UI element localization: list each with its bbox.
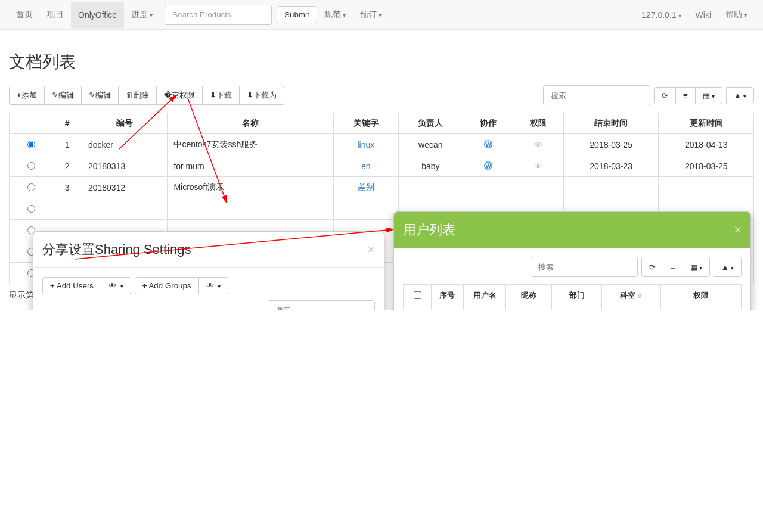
eye-icon: 👁 — [206, 281, 214, 290]
userlist-refresh-button[interactable]: ⟳ — [641, 257, 663, 277]
word-doc-icon[interactable]: Ⓦ — [484, 139, 492, 149]
add-groups-view-button[interactable]: 👁 — [199, 277, 229, 294]
column-header[interactable]: 更新时间 — [659, 113, 754, 134]
sharing-search-input[interactable] — [268, 300, 375, 310]
keyword-link[interactable]: en — [361, 161, 371, 171]
column-header[interactable] — [10, 113, 52, 134]
column-header[interactable]: 负责人 — [398, 113, 463, 134]
eye-off-icon[interactable]: 👁 — [534, 140, 542, 150]
nav-onlyoffice[interactable]: OnlyOffice — [71, 2, 124, 28]
column-header[interactable]: 结束时间 — [563, 113, 659, 134]
nav-help[interactable]: 帮助 — [718, 1, 754, 29]
toggle-view-button[interactable]: ≡ — [676, 87, 696, 104]
word-doc-icon[interactable]: Ⓦ — [484, 161, 492, 170]
sharing-title: 分享设置Sharing Settings — [42, 241, 191, 259]
nav-spec[interactable]: 规范 — [317, 1, 353, 29]
row-radio[interactable] — [27, 205, 35, 213]
chevron-down-icon — [729, 263, 734, 272]
download-as-button[interactable]: ⬇下载为 — [240, 86, 284, 105]
top-navbar: 首页 项目 OnlyOffice 进度 Submit 规范 预订 127.0.0… — [0, 0, 763, 30]
userlist-title: 用户列表 — [403, 221, 455, 239]
chevron-down-icon — [119, 281, 123, 290]
nav-progress[interactable]: 进度 — [124, 1, 160, 29]
download-icon: ⬇ — [247, 91, 253, 99]
table-search-input[interactable] — [543, 85, 650, 105]
column-header[interactable]: 权限 — [660, 285, 741, 306]
userlist-search-input[interactable] — [531, 257, 638, 277]
permission-button[interactable]: �京权限 — [157, 86, 203, 105]
pencil-icon: ✎ — [52, 91, 58, 99]
export-icon: ▲ — [734, 91, 742, 100]
keyword-link[interactable]: 差别 — [358, 182, 374, 192]
refresh-icon: ⟳ — [662, 91, 668, 100]
refresh-icon: ⟳ — [649, 263, 656, 272]
column-header[interactable]: 协作 — [463, 113, 513, 134]
download-button[interactable]: ⬇下载 — [203, 86, 240, 105]
page-title: 文档列表 — [9, 51, 754, 73]
row-radio[interactable] — [27, 183, 35, 191]
table-row[interactable]: 320180312Microsoft演示差别 — [10, 177, 754, 198]
download-icon: ⬇ — [210, 91, 216, 99]
column-header[interactable]: # — [52, 113, 82, 134]
nav-projects[interactable]: 项目 — [40, 1, 71, 29]
column-header[interactable]: 昵称 — [506, 285, 552, 306]
nav-ip[interactable]: 127.0.0.1 — [634, 2, 688, 28]
column-header[interactable]: 科室⇵ — [602, 285, 661, 306]
chevron-down-icon — [742, 10, 747, 19]
table-row: 1qin1.xc秦晓川1建设单位征地移民部Read Only — [404, 306, 742, 310]
select-all-checkbox[interactable] — [414, 291, 421, 299]
chevron-down-icon — [742, 91, 746, 100]
chevron-down-icon — [677, 10, 681, 20]
chevron-down-icon — [697, 263, 702, 272]
edit-button[interactable]: ✎编辑 — [45, 86, 82, 105]
chevron-down-icon — [148, 10, 153, 19]
delete-button[interactable]: 🗑删除 — [119, 86, 157, 105]
toolbar: +添加 ✎编辑 ✎编辑 🗑删除 �京权限 ⬇下载 ⬇下载为 ⟳ ≡ ▦ ▲ — [9, 85, 754, 105]
user-list-modal: 用户列表 × ⟳ ≡ ▦ ▲ 序号用户名昵称部门科室⇵权限 1qin1.xc秦晓… — [393, 211, 751, 310]
add-button[interactable]: +添加 — [9, 86, 45, 105]
table-row[interactable]: 1docker中centos7安装ssh服务linuxwecanⓌ👁2018-0… — [10, 134, 754, 155]
trash-icon: 🗑 — [126, 91, 134, 99]
pencil-icon: ✎ — [89, 91, 95, 99]
grid-icon: ▦ — [703, 91, 710, 100]
userlist-toggle-button[interactable]: ≡ — [663, 257, 683, 277]
column-header[interactable]: 序号 — [432, 285, 464, 306]
eye-off-icon[interactable]: 👁 — [534, 161, 542, 171]
column-header[interactable]: 名称 — [168, 113, 334, 134]
refresh-button[interactable]: ⟳ — [654, 87, 676, 104]
export-button[interactable]: ▲ — [726, 87, 754, 104]
share-icon: �京 — [164, 91, 179, 99]
column-header[interactable]: 用户名 — [463, 285, 505, 306]
nav-booking[interactable]: 预订 — [353, 1, 389, 29]
keyword-link[interactable]: linux — [357, 140, 374, 150]
column-header[interactable] — [404, 285, 432, 306]
row-radio[interactable] — [27, 141, 35, 148]
column-header[interactable]: 关键字 — [334, 113, 399, 134]
column-header[interactable]: 部门 — [552, 285, 602, 306]
nav-search-input[interactable] — [165, 5, 272, 25]
list-icon: ≡ — [671, 263, 675, 272]
userlist-columns-button[interactable]: ▦ — [683, 257, 710, 277]
column-header[interactable]: 权限 — [513, 113, 563, 134]
list-icon: ≡ — [683, 91, 688, 100]
userlist-export-button[interactable]: ▲ — [714, 257, 742, 277]
columns-button[interactable]: ▦ — [696, 87, 722, 104]
add-users-button[interactable]: + Add Users — [42, 277, 101, 294]
nav-home[interactable]: 首页 — [9, 1, 40, 29]
add-groups-button[interactable]: + Add Groups — [135, 277, 199, 294]
eye-icon: 👁 — [108, 281, 116, 290]
export-icon: ▲ — [721, 263, 729, 272]
grid-icon: ▦ — [690, 263, 697, 272]
edit2-button[interactable]: ✎编辑 — [82, 86, 119, 105]
table-row[interactable]: 220180313for mumenbabyⓌ👁2018-03-232018-0… — [10, 155, 754, 177]
add-users-view-button[interactable]: 👁 — [101, 277, 131, 294]
chevron-down-icon — [710, 91, 715, 100]
close-icon[interactable]: × — [367, 242, 375, 257]
close-icon[interactable]: × — [734, 222, 742, 238]
nav-wiki[interactable]: Wiki — [688, 2, 718, 28]
column-header[interactable]: 编号 — [82, 113, 167, 134]
sharing-settings-modal: 分享设置Sharing Settings × + Add Users 👁 + A… — [33, 231, 384, 310]
nav-submit-button[interactable]: Submit — [277, 6, 317, 23]
plus-icon: + — [142, 281, 147, 290]
row-radio[interactable] — [27, 162, 35, 170]
